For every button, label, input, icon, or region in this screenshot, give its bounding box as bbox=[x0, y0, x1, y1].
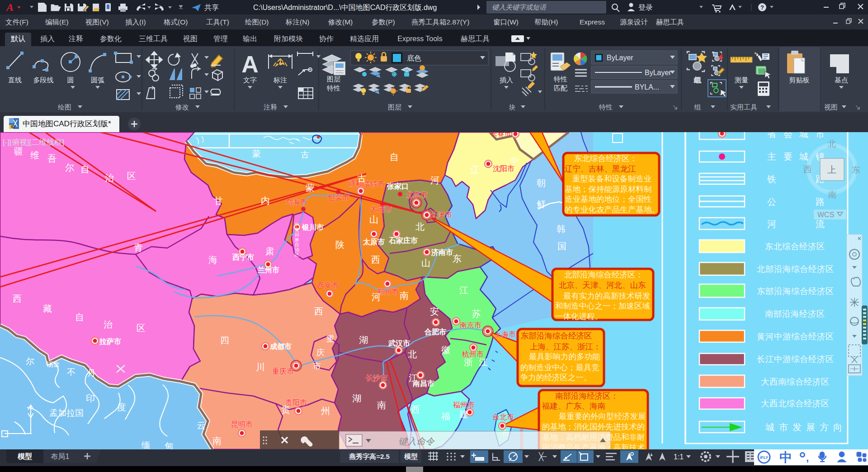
svg-text:包头市: 包头市 bbox=[328, 194, 349, 201]
svg-text:键入关键字或短语: 键入关键字或短语 bbox=[492, 3, 547, 11]
svg-text:和制造中心之一；加速区域: 和制造中心之一；加速区域 bbox=[555, 301, 650, 310]
svg-text:市: 市 bbox=[313, 362, 321, 371]
svg-text:上海、江苏、浙江：: 上海、江苏、浙江： bbox=[530, 342, 601, 351]
svg-text:城: 城 bbox=[765, 422, 774, 432]
svg-text:丹: 丹 bbox=[87, 368, 96, 378]
svg-text:多段线: 多段线 bbox=[33, 76, 54, 84]
svg-text:藏: 藏 bbox=[43, 304, 52, 314]
svg-text:精选应用: 精选应用 bbox=[349, 35, 379, 43]
svg-text:WCS: WCS bbox=[817, 211, 834, 219]
svg-text:文字: 文字 bbox=[243, 76, 257, 84]
svg-text:济南市: 济南市 bbox=[431, 248, 453, 256]
svg-text:北京市: 北京市 bbox=[406, 191, 428, 199]
svg-text:剪贴板: 剪贴板 bbox=[789, 76, 810, 84]
svg-text:福: 福 bbox=[441, 411, 450, 421]
svg-text:特性: 特性 bbox=[553, 75, 567, 83]
svg-text:维: 维 bbox=[30, 150, 39, 160]
svg-text:呼和浩特市: 呼和浩特市 bbox=[349, 180, 385, 188]
svg-text:缅: 缅 bbox=[142, 440, 150, 449]
svg-text:修改(M): 修改(M) bbox=[328, 18, 353, 26]
svg-text:西: 西 bbox=[13, 294, 22, 304]
svg-text:注释: 注释 bbox=[69, 35, 83, 43]
svg-text:石家庄市: 石家庄市 bbox=[389, 237, 418, 244]
svg-text:湖: 湖 bbox=[359, 335, 368, 345]
svg-text:管理: 管理 bbox=[213, 35, 228, 43]
svg-text:?: ? bbox=[760, 4, 764, 11]
svg-text:蒙: 蒙 bbox=[252, 149, 261, 158]
svg-text:匹配: 匹配 bbox=[554, 84, 568, 92]
svg-text:兰州市: 兰州市 bbox=[258, 266, 279, 274]
svg-text:上海市: 上海市 bbox=[494, 330, 516, 338]
svg-text:西: 西 bbox=[314, 306, 323, 316]
svg-text:燕秀字高=2.5: 燕秀字高=2.5 bbox=[349, 453, 390, 460]
svg-text:西: 西 bbox=[371, 255, 380, 265]
svg-text:登录: 登录 bbox=[638, 4, 653, 11]
svg-text:重型装备和设备制造业: 重型装备和设备制造业 bbox=[572, 174, 651, 183]
svg-text:自: 自 bbox=[75, 312, 84, 322]
svg-text:尔: 尔 bbox=[65, 162, 74, 172]
svg-text:[-][俯视][二维线框]: [-][俯视][二维线框] bbox=[3, 138, 64, 147]
svg-text:自: 自 bbox=[295, 242, 299, 247]
svg-text:块: 块 bbox=[509, 103, 516, 111]
svg-text:主: 主 bbox=[767, 152, 776, 162]
svg-text:iFLY: iFLY bbox=[760, 455, 769, 460]
svg-text:河: 河 bbox=[767, 219, 776, 229]
svg-text:市: 市 bbox=[816, 132, 825, 139]
svg-text:发: 发 bbox=[793, 422, 802, 432]
svg-text:圆弧: 圆弧 bbox=[91, 76, 104, 84]
svg-text:城: 城 bbox=[799, 132, 808, 139]
svg-text:宁: 宁 bbox=[510, 157, 519, 167]
svg-text:福州市: 福州市 bbox=[453, 401, 475, 409]
svg-text:模型: 模型 bbox=[404, 453, 418, 460]
svg-text:铁: 铁 bbox=[767, 174, 776, 184]
svg-text:插入: 插入 bbox=[500, 76, 513, 84]
svg-text:韩: 韩 bbox=[557, 224, 566, 234]
svg-text:三维工具: 三维工具 bbox=[139, 35, 168, 43]
svg-text:台北市: 台北市 bbox=[492, 413, 514, 421]
svg-text:注释: 注释 bbox=[264, 103, 277, 111]
svg-text:北: 北 bbox=[415, 222, 425, 232]
svg-text:圆: 圆 bbox=[67, 76, 74, 84]
svg-text:赫思工具: 赫思工具 bbox=[656, 18, 684, 26]
svg-text:会: 会 bbox=[783, 132, 793, 139]
svg-text:西: 西 bbox=[411, 405, 420, 415]
svg-text:标注(N): 标注(N) bbox=[285, 18, 310, 26]
svg-text:南部沿海经济区：: 南部沿海经济区： bbox=[555, 391, 618, 400]
svg-text:1:1: 1:1 bbox=[674, 453, 684, 461]
svg-text:山: 山 bbox=[421, 258, 430, 268]
svg-text:湖: 湖 bbox=[352, 393, 361, 403]
svg-text:实用工具: 实用工具 bbox=[730, 103, 757, 111]
svg-text:省: 省 bbox=[767, 132, 776, 139]
svg-text:辽宁、吉林、黑龙江: 辽宁、吉林、黑龙江 bbox=[565, 164, 636, 173]
svg-text:陕: 陕 bbox=[335, 240, 344, 250]
svg-text:东: 东 bbox=[453, 253, 462, 263]
svg-text:参数化: 参数化 bbox=[100, 35, 122, 43]
svg-text:工具(T): 工具(T) bbox=[206, 18, 229, 26]
svg-text:向: 向 bbox=[833, 422, 842, 432]
svg-text:太原市: 太原市 bbox=[363, 238, 385, 246]
svg-text:直线: 直线 bbox=[8, 76, 22, 84]
svg-text:流: 流 bbox=[816, 219, 825, 229]
svg-text:格式(O): 格式(O) bbox=[163, 18, 188, 26]
svg-text:城: 城 bbox=[799, 152, 808, 162]
svg-text:古: 古 bbox=[357, 173, 366, 183]
svg-text:拉萨市: 拉萨市 bbox=[99, 338, 121, 345]
svg-text:中: 中 bbox=[779, 450, 792, 464]
svg-text:造业基地的地位；全国性: 造业基地的地位；全国性 bbox=[565, 195, 652, 204]
svg-text:云: 云 bbox=[197, 420, 206, 430]
svg-text:山: 山 bbox=[369, 215, 378, 224]
svg-text:大西南综合经济区: 大西南综合经济区 bbox=[761, 377, 830, 386]
svg-text:区: 区 bbox=[137, 323, 146, 333]
svg-text:上: 上 bbox=[827, 165, 836, 175]
svg-text:一体化进程。: 一体化进程。 bbox=[555, 312, 603, 321]
svg-text:绘图: 绘图 bbox=[58, 103, 71, 111]
svg-text:视图: 视图 bbox=[183, 35, 198, 43]
svg-text:昆明市: 昆明市 bbox=[231, 420, 253, 428]
svg-text:特性: 特性 bbox=[326, 84, 340, 92]
svg-text:源泉设计: 源泉设计 bbox=[620, 18, 648, 26]
svg-text:河: 河 bbox=[430, 175, 439, 185]
svg-text:北部沿海综合经济区：: 北部沿海综合经济区： bbox=[564, 270, 643, 279]
svg-text:特性: 特性 bbox=[599, 103, 613, 111]
svg-text:南京市: 南京市 bbox=[460, 321, 481, 329]
svg-text:古: 古 bbox=[301, 150, 309, 159]
